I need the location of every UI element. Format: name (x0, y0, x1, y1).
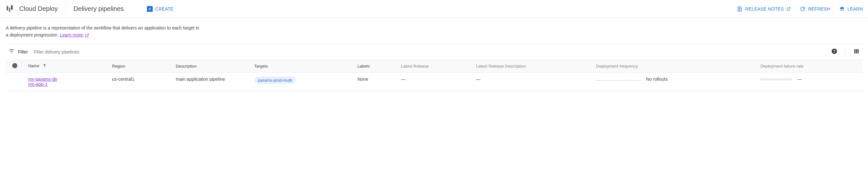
learn-label: LEARN (847, 6, 863, 11)
learn-button[interactable]: LEARN (839, 6, 863, 12)
failure-rate-bar (760, 78, 792, 80)
external-link-icon (786, 7, 791, 11)
target-chip[interactable]: params-prod-multi (254, 76, 296, 84)
filter-bar: Filter ? (6, 44, 862, 60)
learn-more-label: Learn more (60, 32, 83, 37)
col-region[interactable]: Region (107, 60, 171, 72)
cell-deployment-failure-rate: — (756, 72, 862, 91)
col-deployment-failure-rate[interactable]: Deployment failure rate (756, 60, 862, 72)
cell-deployment-frequency: No rollouts (591, 72, 756, 91)
sort-asc-icon (42, 63, 47, 69)
deployment-frequency-text: No rollouts (646, 76, 668, 82)
release-notes-icon (737, 6, 743, 12)
col-latest-release-desc[interactable]: Latest Release Description (471, 60, 591, 72)
deployment-sparkline (596, 78, 641, 81)
filter-icon (8, 48, 15, 56)
cell-targets: params-prod-multi (250, 72, 353, 91)
release-notes-label: RELEASE NOTES (745, 6, 784, 11)
cell-latest-release-desc: — (471, 72, 591, 91)
external-link-icon (85, 33, 89, 38)
col-description[interactable]: Description (171, 60, 250, 72)
table-section: Filter ? Name Region Descr (6, 44, 862, 91)
col-name[interactable]: Name (24, 60, 107, 72)
col-labels[interactable]: Labels (353, 60, 396, 72)
pipeline-name-link[interactable]: my-params-demo-app-1 (28, 76, 60, 87)
refresh-icon (800, 6, 805, 12)
col-targets[interactable]: Targets (250, 60, 353, 72)
svg-rect-3 (854, 49, 855, 54)
col-deployment-frequency[interactable]: Deployment frequency (591, 60, 756, 72)
column-selector-icon[interactable] (853, 48, 860, 56)
pipelines-table: Name Region Description Targets Labels L… (6, 60, 862, 91)
filter-input[interactable] (34, 49, 831, 55)
cell-region: us-central1 (107, 72, 171, 91)
release-notes-button[interactable]: RELEASE NOTES (737, 6, 791, 12)
failure-rate-text: — (798, 76, 802, 82)
toolbar-divider (845, 48, 845, 56)
product-name: Cloud Deploy (19, 5, 58, 12)
intro-text: A delivery pipeline is a representation … (0, 18, 205, 44)
table-row: my-params-demo-app-1 us-central1 main ap… (6, 72, 862, 91)
header-divider (65, 4, 66, 14)
refresh-label: REFRESH (808, 6, 830, 11)
page-title: Delivery pipelines (73, 5, 124, 12)
header-bar: Cloud Deploy Delivery pipelines CREATE R… (0, 0, 868, 18)
refresh-button[interactable]: REFRESH (800, 6, 830, 12)
col-latest-release[interactable]: Latest Release (397, 60, 471, 72)
cloud-deploy-logo-icon (5, 4, 14, 13)
help-icon[interactable]: ? (831, 48, 838, 56)
create-button[interactable]: CREATE (147, 6, 174, 12)
filter-label: Filter (18, 49, 28, 55)
table-header-row: Name Region Description Targets Labels L… (6, 60, 862, 72)
svg-text:?: ? (833, 49, 835, 53)
select-all-checkbox[interactable] (12, 63, 17, 68)
cell-description: main application pipeline (171, 72, 250, 91)
svg-rect-5 (858, 49, 858, 54)
svg-rect-4 (856, 49, 857, 54)
cell-labels: None (353, 72, 396, 91)
learn-icon (839, 6, 845, 12)
intro-body: A delivery pipeline is a representation … (6, 25, 199, 37)
cell-latest-release: — (397, 72, 471, 91)
learn-more-link[interactable]: Learn more (60, 32, 89, 37)
plus-box-icon (147, 6, 153, 12)
create-label: CREATE (155, 6, 174, 11)
